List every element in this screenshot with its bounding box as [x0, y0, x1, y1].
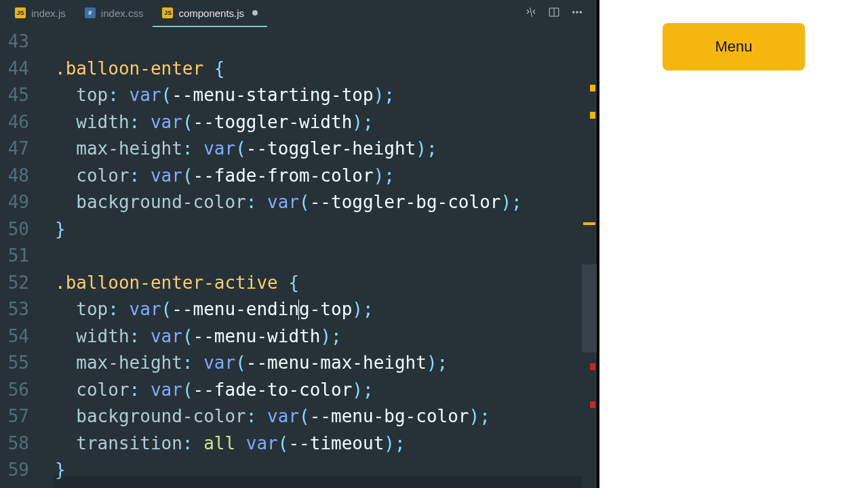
line-number: 49: [0, 189, 29, 216]
code-line[interactable]: .balloon-enter {: [37, 56, 597, 83]
code-line[interactable]: transition: all var(--timeout);: [37, 430, 597, 458]
overview-marker: [590, 85, 595, 92]
line-number: 54: [0, 323, 29, 350]
line-number: 44: [0, 56, 29, 83]
line-number-gutter: 4344454647484950515253545556575859: [0, 27, 37, 488]
tab-label: components.js: [178, 7, 244, 19]
split-editor-icon[interactable]: [548, 6, 560, 21]
text-cursor: [298, 300, 299, 320]
code-line[interactable]: color: var(--fade-to-color);: [37, 377, 597, 404]
code-line[interactable]: max-height: var(--toggler-height);: [37, 136, 597, 163]
editor-pane: JS index.js # index.css JS components.js: [0, 0, 597, 488]
line-number: 55: [0, 350, 29, 377]
code-content[interactable]: .balloon-enter { top: var(--menu-startin…: [37, 27, 597, 488]
overview-marker: [590, 112, 595, 119]
line-number: 56: [0, 377, 29, 404]
line-number: 46: [0, 109, 29, 136]
line-number: 50: [0, 216, 29, 243]
js-file-icon: JS: [15, 7, 26, 18]
horizontal-scrollbar[interactable]: [53, 476, 582, 488]
line-number: 43: [0, 28, 29, 56]
overview-viewport[interactable]: [582, 264, 597, 352]
svg-point-3: [576, 12, 578, 13]
overview-marker: [590, 363, 595, 370]
code-line[interactable]: .balloon-enter-active {: [37, 270, 597, 297]
line-number: 47: [0, 136, 29, 163]
js-file-icon: JS: [162, 7, 173, 18]
code-line[interactable]: width: var(--toggler-width);: [37, 109, 597, 136]
code-line[interactable]: [37, 243, 597, 270]
tab-bar-actions: [525, 6, 591, 21]
code-line[interactable]: background-color: var(--toggler-bg-color…: [37, 189, 597, 216]
css-file-icon: #: [85, 7, 96, 18]
tab-label: index.js: [31, 7, 66, 19]
code-editor[interactable]: 4344454647484950515253545556575859 .ball…: [0, 27, 597, 488]
code-line[interactable]: top: var(--menu-starting-top);: [37, 82, 597, 109]
dirty-indicator-icon: [252, 10, 258, 16]
code-line[interactable]: [37, 28, 597, 56]
overview-marker: [583, 222, 595, 225]
line-number: 59: [0, 457, 29, 484]
code-line[interactable]: background-color: var(--menu-bg-color);: [37, 403, 597, 430]
line-number: 57: [0, 403, 29, 430]
overview-ruler[interactable]: [582, 54, 597, 488]
line-number: 48: [0, 163, 29, 190]
code-line[interactable]: width: var(--menu-width);: [37, 323, 597, 350]
overview-marker: [590, 401, 595, 408]
line-number: 52: [0, 270, 29, 297]
tab-index-js[interactable]: JS index.js: [5, 0, 75, 27]
preview-pane: Menu: [599, 0, 868, 488]
tab-bar: JS index.js # index.css JS components.js: [0, 0, 597, 27]
tab-label: index.css: [101, 7, 144, 19]
tab-index-css[interactable]: # index.css: [75, 0, 153, 27]
line-number: 51: [0, 243, 29, 270]
line-number: 58: [0, 430, 29, 458]
more-actions-icon[interactable]: [571, 6, 583, 21]
code-line[interactable]: max-height: var(--menu-max-height);: [37, 350, 597, 377]
tab-components-js[interactable]: JS components.js: [153, 0, 267, 27]
svg-point-4: [580, 12, 581, 13]
svg-point-2: [573, 12, 574, 13]
line-number: 45: [0, 82, 29, 109]
menu-button[interactable]: Menu: [663, 23, 805, 70]
menu-button-label: Menu: [715, 38, 752, 56]
code-line[interactable]: }: [37, 216, 597, 243]
compare-changes-icon[interactable]: [525, 6, 537, 21]
code-line[interactable]: top: var(--menu-ending-top);: [37, 296, 597, 323]
code-line[interactable]: color: var(--fade-from-color);: [37, 163, 597, 190]
line-number: 53: [0, 296, 29, 323]
